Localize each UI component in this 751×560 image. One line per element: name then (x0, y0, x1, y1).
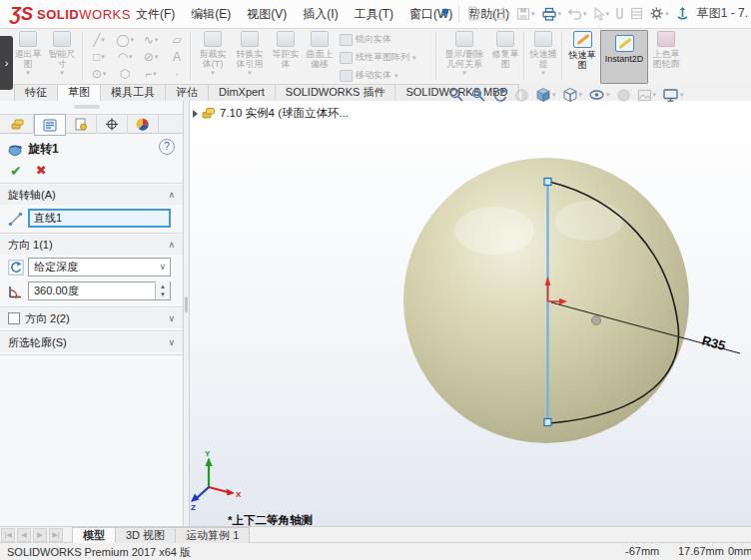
plane-tool-button[interactable]: ▱ (164, 31, 190, 48)
ellipse-tool-button[interactable]: ⊘▾ (138, 48, 164, 65)
last-tab-button[interactable]: ▶| (49, 528, 63, 542)
convert-entities-button[interactable]: 转换实 体引用▾ (232, 30, 268, 77)
arc-tool-button[interactable]: ◠▾ (112, 48, 138, 65)
menu-insert[interactable]: 插入(I) (295, 1, 346, 27)
menu-tools[interactable]: 工具(T) (347, 1, 401, 27)
panel-flyout-arrow[interactable]: › (0, 36, 13, 90)
print-button[interactable]: ▾ (539, 5, 564, 23)
tab-evaluate[interactable]: 评估 (165, 84, 209, 101)
smart-dimension-button[interactable]: 智能尺 寸▾ (46, 30, 78, 77)
tab-dimxpert[interactable]: DimXpert (208, 84, 276, 101)
save-button[interactable]: ▾ (514, 5, 537, 23)
panel-splitter-grip[interactable] (74, 105, 100, 109)
tab-features[interactable]: 特征 (14, 84, 58, 101)
fillet-tool-button[interactable]: ⌐▾ (138, 65, 164, 82)
model-scene: R35 Y X Z (190, 101, 751, 526)
tab-dimxpertmanager[interactable] (97, 115, 128, 134)
direction2-group-header[interactable]: 方向 2(2) ∨ (0, 308, 183, 328)
tab-configurationmanager[interactable] (66, 115, 97, 134)
ok-button[interactable]: ✔ (10, 163, 22, 179)
open-document-button[interactable]: ▾ (489, 5, 513, 23)
sketch-endpoint-bottom[interactable] (544, 419, 551, 426)
menu-view[interactable]: 视图(V) (239, 1, 295, 27)
first-tab-button[interactable]: |◀ (1, 528, 15, 542)
zoom-to-area-button[interactable] (469, 87, 487, 103)
expand-arrow-icon[interactable] (193, 110, 198, 118)
polygon-tool-button[interactable]: ⬡ (112, 65, 138, 82)
surface-offset-button[interactable]: 曲面上 偏移 (303, 30, 337, 69)
angle-row: 360.00度 ▲▼ (0, 280, 183, 302)
spin-down-icon[interactable]: ▼ (160, 290, 166, 298)
axis-group-header[interactable]: 旋转轴(A) ∧ (0, 185, 183, 205)
circle-tool-button[interactable]: ◯▾ (112, 31, 138, 48)
panel-viewport-splitter[interactable] (183, 101, 190, 526)
direction1-group-header[interactable]: 方向 1(1) ∧ (0, 235, 183, 255)
edit-appearance-button[interactable] (615, 88, 632, 103)
sphere-body[interactable] (403, 158, 689, 443)
linear-pattern-button[interactable]: 线性草图阵列▾ (340, 51, 416, 64)
shaded-sketch-contours-button[interactable]: 上色草 图轮廓 (649, 30, 683, 69)
slot-tool-button[interactable]: ⊙▾ (86, 65, 112, 82)
tab-propertymanager[interactable] (34, 114, 66, 136)
select-button[interactable]: ▾ (591, 5, 612, 23)
mirror-entities-button[interactable]: 镜向实体 (340, 33, 391, 46)
solidworks-logo-glyph: ƷS (10, 3, 33, 25)
tab-solidworks-addins[interactable]: SOLIDWORKS 插件 (275, 84, 396, 101)
offset-entities-button[interactable]: 等距实 体 (270, 30, 302, 69)
rapid-sketch-button[interactable]: 快速草 图 (565, 30, 599, 70)
spline-tool-button[interactable]: ∿▾ (138, 31, 164, 48)
prev-tab-button[interactable]: ◀ (17, 528, 31, 542)
undo-button[interactable]: ▾ (565, 5, 589, 22)
pin-menu-icon[interactable] (435, 5, 452, 23)
options-gear-button[interactable]: ▾ (647, 4, 671, 23)
rectangle-tool-button[interactable]: □▾ (86, 48, 112, 65)
trim-entities-button[interactable]: 剪裁实 体(T)▾ (196, 30, 230, 77)
line-tool-button[interactable]: ╱▾ (86, 31, 112, 48)
heads-up-view-toolbar: ▾ ▾ ▾ ▾ ▾ (447, 86, 685, 104)
help-icon[interactable]: ? (159, 139, 175, 155)
magnet-icon[interactable] (613, 5, 626, 23)
spinner-buttons[interactable]: ▲▼ (155, 281, 170, 299)
sketch-endpoint-top[interactable] (544, 179, 551, 186)
tab-sketch[interactable]: 草图 (57, 84, 101, 101)
axis-selection-field[interactable]: 直线1 (28, 209, 171, 228)
repair-sketch-button[interactable]: 修复草 图 (489, 30, 521, 69)
tab-model[interactable]: 模型 (72, 527, 116, 543)
move-entities-button[interactable]: 移动实体▾ (340, 69, 398, 82)
tab-mold-tools[interactable]: 模具工具 (100, 84, 166, 101)
previous-view-button[interactable] (491, 87, 509, 103)
display-style-button[interactable]: ▾ (561, 87, 584, 103)
menu-file[interactable]: 文件(F) (128, 1, 183, 27)
direction2-checkbox[interactable] (8, 312, 20, 324)
exit-sketch-button[interactable]: 退出草 图▾ (12, 30, 44, 77)
reference-triad-icon[interactable]: Y X Z (191, 449, 242, 512)
selected-contours-group-header[interactable]: 所选轮廓(S) ∨ (0, 332, 183, 352)
tab-featuremanager-tree[interactable] (3, 115, 34, 134)
cancel-button[interactable]: ✖ (36, 163, 47, 179)
tab-3d-views[interactable]: 3D 视图 (115, 527, 176, 543)
section-view-button[interactable] (513, 88, 530, 103)
next-tab-button[interactable]: ▶ (33, 528, 47, 542)
new-document-button[interactable]: ▾ (465, 4, 487, 23)
rebuild-icon[interactable] (673, 4, 692, 23)
menu-edit[interactable]: 编辑(E) (183, 1, 239, 27)
point-tool-button[interactable]: · (164, 65, 190, 82)
text-tool-button[interactable]: A (164, 48, 190, 65)
tab-motion-study[interactable]: 运动算例 1 (175, 527, 250, 543)
task-pane-icon[interactable] (628, 5, 645, 22)
hide-show-items-button[interactable]: ▾ (587, 88, 611, 102)
instant2d-button[interactable]: Instant2D (600, 30, 648, 84)
angle-spinner-field[interactable]: 360.00度 ▲▼ (28, 281, 171, 300)
view-settings-button[interactable]: ▾ (661, 88, 685, 103)
tab-displaymanager[interactable] (128, 115, 159, 134)
end-condition-select[interactable]: 给定深度 ∨ (28, 258, 171, 277)
quick-snaps-button[interactable]: 快速捕 捉▾ (527, 30, 559, 77)
flyout-tree-item[interactable]: 7.10 实例4 (球面立体环... (193, 106, 349, 121)
apply-scene-button[interactable]: ▾ (636, 88, 658, 103)
status-coord-z: 0mm (728, 545, 751, 557)
graphics-viewport[interactable]: 7.10 实例4 (球面立体环... R35 (190, 101, 751, 526)
view-orientation-button[interactable]: ▾ (534, 87, 557, 103)
spin-up-icon[interactable]: ▲ (160, 282, 166, 290)
display-delete-relations-button[interactable]: 显示/删除 几何关系▾ (440, 30, 488, 77)
zoom-to-fit-button[interactable] (447, 87, 465, 103)
